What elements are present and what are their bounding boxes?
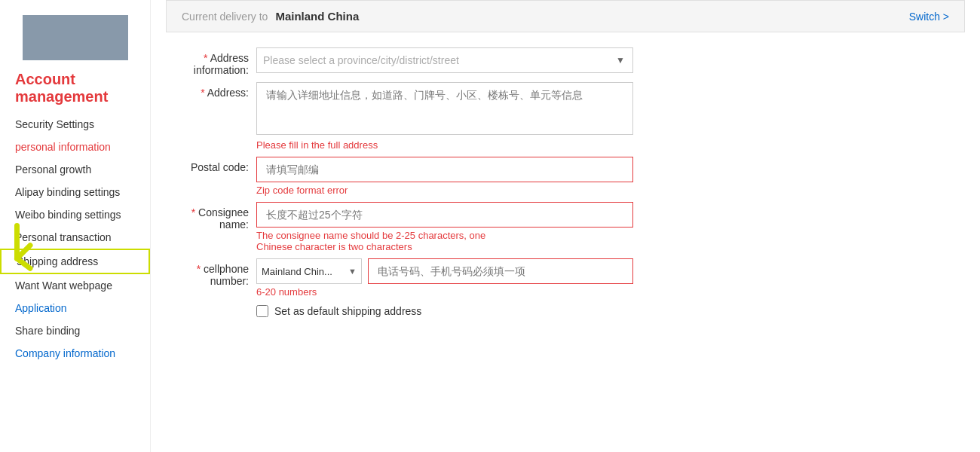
- phone-chevron-icon: ▼: [348, 267, 361, 276]
- postal-code-label: Postal code:: [173, 157, 256, 173]
- cellphone-wrap: Mainland Chin... ▼ 6-20 numbers: [256, 258, 633, 298]
- cellphone-label: * cellphone number:: [173, 258, 256, 287]
- sidebar-title-account: Account: [0, 68, 150, 88]
- phone-number-input[interactable]: [368, 258, 633, 284]
- sidebar: Account management Security Settings per…: [0, 0, 151, 452]
- sidebar-item-alipay-binding[interactable]: Alipay binding settings: [0, 181, 150, 203]
- sidebar-item-personal-information[interactable]: personal information: [0, 136, 150, 158]
- default-shipping-row: Set as default shipping address: [173, 305, 965, 317]
- chevron-down-icon: ▼: [616, 55, 632, 66]
- sidebar-item-application[interactable]: Application: [0, 297, 150, 319]
- postal-code-input[interactable]: [256, 157, 633, 182]
- sidebar-title-management: management: [0, 88, 150, 113]
- sidebar-item-security-settings[interactable]: Security Settings: [0, 113, 150, 136]
- address-select[interactable]: Please select a province/city/district/s…: [257, 48, 616, 72]
- sidebar-item-want-want[interactable]: Want Want webpage: [0, 274, 150, 297]
- cellphone-error: 6-20 numbers: [256, 286, 633, 298]
- address-detail-label: * Address:: [173, 82, 256, 99]
- switch-button[interactable]: Switch >: [909, 11, 949, 23]
- postal-code-row: Postal code: Zip code format error: [173, 157, 965, 196]
- consignee-wrap: The consignee name should be 2-25 charac…: [256, 202, 633, 252]
- phone-input-row: Mainland Chin... ▼: [256, 258, 633, 284]
- delivery-bar: Current delivery to Mainland China Switc…: [166, 0, 965, 32]
- default-shipping-checkbox[interactable]: [256, 305, 268, 317]
- delivery-label: Current delivery to: [182, 11, 268, 23]
- main-content: Current delivery to Mainland China Switc…: [151, 0, 980, 452]
- address-detail-input[interactable]: [256, 82, 633, 135]
- address-detail-row: * Address: Please fill in the full addre…: [173, 82, 965, 151]
- shipping-address-form: * Address information: Please select a p…: [166, 47, 965, 317]
- address-select-container[interactable]: Please select a province/city/district/s…: [256, 47, 633, 73]
- sidebar-item-personal-growth[interactable]: Personal growth: [0, 158, 150, 181]
- postal-code-error: Zip code format error: [256, 185, 633, 196]
- cellphone-row: * cellphone number: Mainland Chin... ▼ 6…: [173, 258, 965, 298]
- delivery-location: Mainland China: [275, 10, 359, 23]
- address-info-row: * Address information: Please select a p…: [173, 47, 965, 76]
- consignee-input[interactable]: [256, 202, 633, 228]
- arrow-indicator: [8, 222, 53, 277]
- address-detail-wrap: Please fill in the full address: [256, 82, 633, 151]
- avatar: [23, 15, 128, 60]
- phone-country-select[interactable]: Mainland Chin...: [257, 259, 348, 283]
- phone-country-select-wrap[interactable]: Mainland Chin... ▼: [256, 258, 362, 284]
- postal-code-wrap: Zip code format error: [256, 157, 633, 196]
- address-info-label: * Address information:: [173, 47, 256, 76]
- consignee-label: * Consignee name:: [173, 202, 256, 231]
- consignee-row: * Consignee name: The consignee name sho…: [173, 202, 965, 252]
- address-error: Please fill in the full address: [256, 139, 633, 151]
- default-shipping-label[interactable]: Set as default shipping address: [274, 305, 421, 317]
- sidebar-item-company-information[interactable]: Company information: [0, 342, 150, 365]
- sidebar-item-share-binding[interactable]: Share binding: [0, 319, 150, 342]
- address-select-wrap: Please select a province/city/district/s…: [256, 47, 633, 73]
- consignee-error: The consignee name should be 2-25 charac…: [256, 230, 633, 252]
